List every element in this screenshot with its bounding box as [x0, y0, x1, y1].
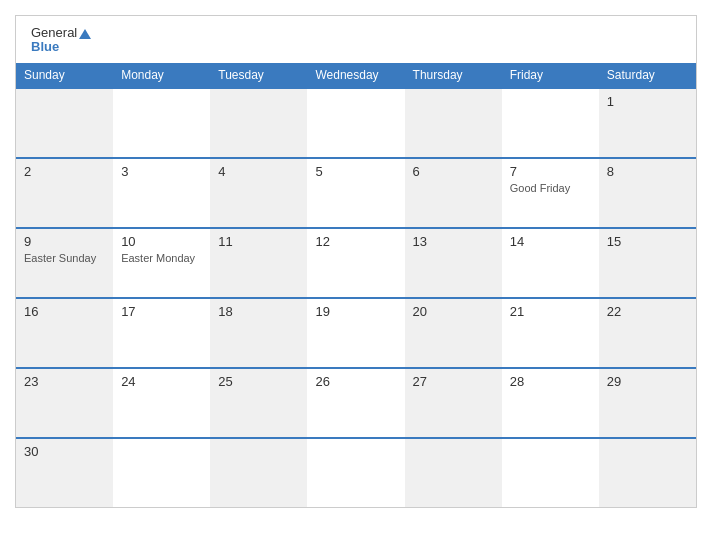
cell-date: 18 [218, 304, 299, 319]
calendar-cell [113, 89, 210, 157]
cell-date: 15 [607, 234, 688, 249]
day-header-saturday: Saturday [599, 63, 696, 87]
cell-date: 1 [607, 94, 688, 109]
cell-date: 2 [24, 164, 105, 179]
cell-date: 24 [121, 374, 202, 389]
cell-date: 23 [24, 374, 105, 389]
cell-date: 25 [218, 374, 299, 389]
cell-date: 3 [121, 164, 202, 179]
cell-date: 5 [315, 164, 396, 179]
calendar-cell [405, 439, 502, 507]
logo-general-text: General [31, 26, 91, 40]
cell-date: 19 [315, 304, 396, 319]
logo-blue-text: Blue [31, 40, 91, 54]
cell-date: 11 [218, 234, 299, 249]
day-header-sunday: Sunday [16, 63, 113, 87]
calendar-container: General Blue SundayMondayTuesdayWednesda… [15, 15, 697, 508]
calendar-grid: 1234567Good Friday89Easter Sunday10Easte… [16, 87, 696, 507]
calendar-cell: 6 [405, 159, 502, 227]
calendar-cell: 26 [307, 369, 404, 437]
cell-date: 22 [607, 304, 688, 319]
cell-date: 13 [413, 234, 494, 249]
calendar-cell: 8 [599, 159, 696, 227]
calendar-cell [502, 439, 599, 507]
cell-event: Easter Monday [121, 252, 202, 264]
day-header-tuesday: Tuesday [210, 63, 307, 87]
calendar-cell: 28 [502, 369, 599, 437]
cell-date: 20 [413, 304, 494, 319]
calendar-cell: 29 [599, 369, 696, 437]
cell-date: 10 [121, 234, 202, 249]
calendar-week-2: 234567Good Friday8 [16, 157, 696, 227]
cell-date: 21 [510, 304, 591, 319]
calendar-cell: 2 [16, 159, 113, 227]
cell-date: 7 [510, 164, 591, 179]
cell-date: 16 [24, 304, 105, 319]
calendar-cell [16, 89, 113, 157]
calendar-week-5: 23242526272829 [16, 367, 696, 437]
calendar-cell: 9Easter Sunday [16, 229, 113, 297]
cell-date: 6 [413, 164, 494, 179]
cell-date: 29 [607, 374, 688, 389]
calendar-week-4: 16171819202122 [16, 297, 696, 367]
calendar-cell: 18 [210, 299, 307, 367]
calendar-cell: 7Good Friday [502, 159, 599, 227]
cell-date: 4 [218, 164, 299, 179]
calendar-cell: 10Easter Monday [113, 229, 210, 297]
calendar-week-1: 1 [16, 87, 696, 157]
cell-event: Easter Sunday [24, 252, 105, 264]
calendar-cell [210, 89, 307, 157]
calendar-cell: 30 [16, 439, 113, 507]
calendar-cell: 27 [405, 369, 502, 437]
calendar-cell: 3 [113, 159, 210, 227]
calendar-cell: 16 [16, 299, 113, 367]
calendar-cell: 11 [210, 229, 307, 297]
calendar-cell [210, 439, 307, 507]
cell-date: 17 [121, 304, 202, 319]
cell-event: Good Friday [510, 182, 591, 194]
calendar-cell: 12 [307, 229, 404, 297]
cell-date: 8 [607, 164, 688, 179]
calendar-cell: 22 [599, 299, 696, 367]
calendar-cell: 14 [502, 229, 599, 297]
calendar-cell: 1 [599, 89, 696, 157]
calendar-header: General Blue [16, 16, 696, 63]
calendar-cell: 19 [307, 299, 404, 367]
logo-triangle-icon [79, 29, 91, 39]
day-header-friday: Friday [502, 63, 599, 87]
calendar-cell [502, 89, 599, 157]
calendar-week-6: 30 [16, 437, 696, 507]
cell-date: 14 [510, 234, 591, 249]
calendar-week-3: 9Easter Sunday10Easter Monday1112131415 [16, 227, 696, 297]
calendar-cell: 15 [599, 229, 696, 297]
cell-date: 26 [315, 374, 396, 389]
calendar-cell: 4 [210, 159, 307, 227]
calendar-cell: 21 [502, 299, 599, 367]
calendar-cell: 5 [307, 159, 404, 227]
calendar-cell: 13 [405, 229, 502, 297]
cell-date: 12 [315, 234, 396, 249]
calendar-cell [405, 89, 502, 157]
cell-date: 28 [510, 374, 591, 389]
calendar-cell [599, 439, 696, 507]
day-header-monday: Monday [113, 63, 210, 87]
calendar-cell: 17 [113, 299, 210, 367]
cell-date: 30 [24, 444, 105, 459]
day-headers-row: SundayMondayTuesdayWednesdayThursdayFrid… [16, 63, 696, 87]
logo: General Blue [31, 26, 91, 55]
calendar-cell [113, 439, 210, 507]
calendar-cell [307, 89, 404, 157]
calendar-cell [307, 439, 404, 507]
calendar-cell: 23 [16, 369, 113, 437]
day-header-thursday: Thursday [405, 63, 502, 87]
cell-date: 27 [413, 374, 494, 389]
calendar-cell: 24 [113, 369, 210, 437]
cell-date: 9 [24, 234, 105, 249]
calendar-cell: 25 [210, 369, 307, 437]
calendar-cell: 20 [405, 299, 502, 367]
day-header-wednesday: Wednesday [307, 63, 404, 87]
